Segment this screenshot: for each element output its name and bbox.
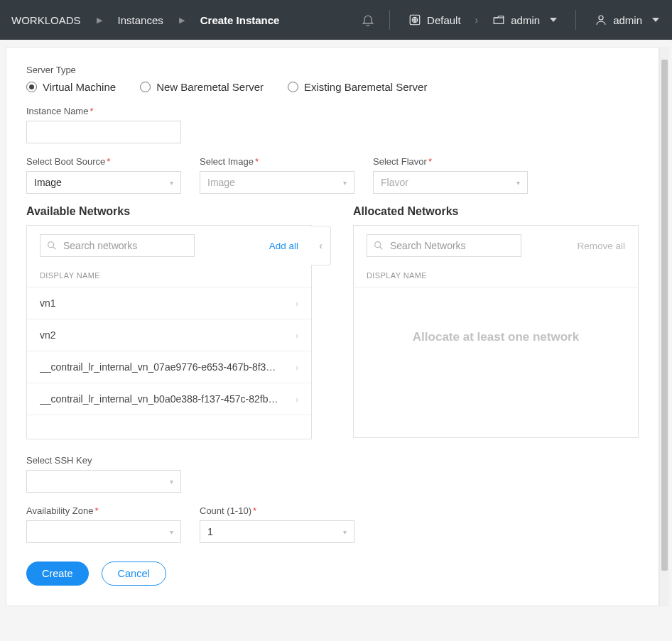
count-select[interactable]: 1 ▾: [200, 520, 354, 543]
radio-label: New Baremetal Server: [156, 81, 264, 93]
radio-virtual-machine[interactable]: Virtual Machine: [26, 81, 116, 93]
scrollbar-thumb[interactable]: [661, 60, 668, 571]
create-instance-form: Server Type Virtual Machine New Baremeta…: [6, 47, 659, 606]
allocated-networks-title: Allocated Networks: [353, 205, 639, 218]
radio-label: Existing Baremetal Server: [304, 81, 427, 93]
globe-icon: [408, 13, 421, 26]
available-networks-panel: ‹ Search networks Add all DISPLAY NAME v…: [26, 225, 312, 439]
image-label: Select Image*: [200, 156, 354, 167]
network-row[interactable]: vn2›: [27, 319, 311, 351]
chevron-down-icon: ▾: [343, 528, 347, 536]
chevron-right-icon: ›: [296, 330, 298, 341]
radio-icon: [140, 82, 151, 92]
ssh-key-label: Select SSH Key: [26, 455, 639, 466]
search-placeholder: Search networks: [63, 240, 137, 251]
chevron-down-icon: ▾: [343, 179, 347, 187]
server-type-options: Virtual Machine New Baremetal Server Exi…: [26, 81, 639, 93]
topbar-right: Default › admin admin: [361, 10, 663, 30]
zone-select[interactable]: ▾: [26, 520, 181, 543]
crumb-workloads[interactable]: WORKLOADS: [9, 11, 84, 29]
bell-icon[interactable]: [361, 13, 375, 27]
chevron-right-icon: ›: [296, 298, 298, 309]
svg-point-3: [599, 16, 603, 20]
svg-rect-2: [494, 18, 504, 23]
add-all-button[interactable]: Add all: [269, 241, 298, 251]
search-icon: [46, 240, 58, 251]
chevron-right-icon: ›: [475, 14, 479, 26]
chevron-down-icon: ▾: [170, 528, 173, 536]
select-value: 1: [207, 526, 213, 537]
crumb-instances[interactable]: Instances: [115, 11, 166, 29]
topbar: WORKLOADS ▶ Instances ▶ Create Instance …: [0, 0, 672, 40]
user-label: admin: [613, 14, 642, 26]
scope-label: Default: [427, 14, 461, 26]
chevron-down-icon: ▾: [170, 179, 173, 187]
chevron-right-icon: ›: [296, 394, 298, 405]
create-button[interactable]: Create: [26, 561, 89, 586]
flavor-select[interactable]: Flavor ▾: [373, 171, 528, 194]
crumb-create-instance: Create Instance: [197, 11, 283, 29]
user-icon: [595, 13, 607, 26]
chevron-left-icon: ‹: [319, 240, 323, 251]
project-label: admin: [511, 14, 540, 26]
project-icon: [492, 13, 505, 26]
chevron-down-icon: [652, 18, 659, 22]
allocated-col-header: DISPLAY NAME: [354, 258, 638, 287]
chevron-down-icon: [550, 18, 557, 22]
ssh-key-select[interactable]: ▾: [26, 470, 181, 493]
select-placeholder: Flavor: [381, 177, 408, 188]
boot-source-select[interactable]: Image ▾: [26, 171, 181, 194]
divider: [389, 10, 390, 30]
allocated-empty-message: Allocate at least one network: [354, 287, 638, 387]
cancel-button[interactable]: Cancel: [102, 561, 166, 586]
svg-point-4: [48, 242, 54, 248]
scope-selector[interactable]: Default: [404, 11, 465, 29]
project-selector[interactable]: admin: [488, 11, 561, 29]
available-search-input[interactable]: Search networks: [40, 234, 195, 257]
user-menu[interactable]: admin: [590, 11, 663, 29]
chevron-down-icon: ▾: [170, 478, 173, 486]
breadcrumb: WORKLOADS ▶ Instances ▶ Create Instance: [9, 11, 361, 29]
boot-source-label: Select Boot Source*: [26, 156, 181, 167]
radio-existing-baremetal[interactable]: Existing Baremetal Server: [288, 81, 427, 93]
count-label: Count (1-10)*: [200, 505, 354, 516]
search-placeholder: Search Networks: [390, 240, 466, 251]
chevron-down-icon: ▾: [516, 179, 520, 187]
remove-all-button[interactable]: Remove all: [577, 241, 625, 251]
image-select[interactable]: Image ▾: [200, 171, 354, 194]
radio-label: Virtual Machine: [43, 81, 116, 93]
available-col-header: DISPLAY NAME: [27, 258, 311, 287]
radio-icon: [288, 82, 298, 92]
network-row[interactable]: vn1›: [27, 287, 311, 319]
flavor-label: Select Flavor*: [373, 156, 528, 167]
available-networks-title: Available Networks: [26, 205, 312, 218]
instance-name-input[interactable]: [26, 121, 181, 143]
chevron-right-icon: ›: [296, 362, 298, 373]
select-value: Image: [34, 177, 62, 188]
swap-networks-button[interactable]: ‹: [311, 226, 331, 265]
radio-icon: [26, 82, 37, 92]
network-row[interactable]: __contrail_lr_internal_vn_b0a0e388-f137-…: [27, 383, 311, 415]
radio-new-baremetal[interactable]: New Baremetal Server: [140, 81, 264, 93]
allocated-search-input[interactable]: Search Networks: [367, 234, 521, 257]
svg-point-5: [375, 242, 381, 248]
search-icon: [373, 240, 384, 251]
instance-name-label: Instance Name*: [26, 106, 639, 116]
scrollbar[interactable]: [659, 47, 669, 606]
chevron-right-icon: ▶: [90, 16, 109, 25]
server-type-label: Server Type: [26, 65, 639, 75]
zone-label: Availability Zone*: [26, 505, 181, 516]
divider: [575, 10, 576, 30]
network-row[interactable]: __contrail_lr_internal_vn_07ae9776-e653-…: [27, 351, 311, 383]
select-placeholder: Image: [207, 177, 235, 188]
allocated-networks-panel: Search Networks Remove all DISPLAY NAME …: [353, 225, 639, 438]
chevron-right-icon: ▶: [172, 16, 192, 25]
